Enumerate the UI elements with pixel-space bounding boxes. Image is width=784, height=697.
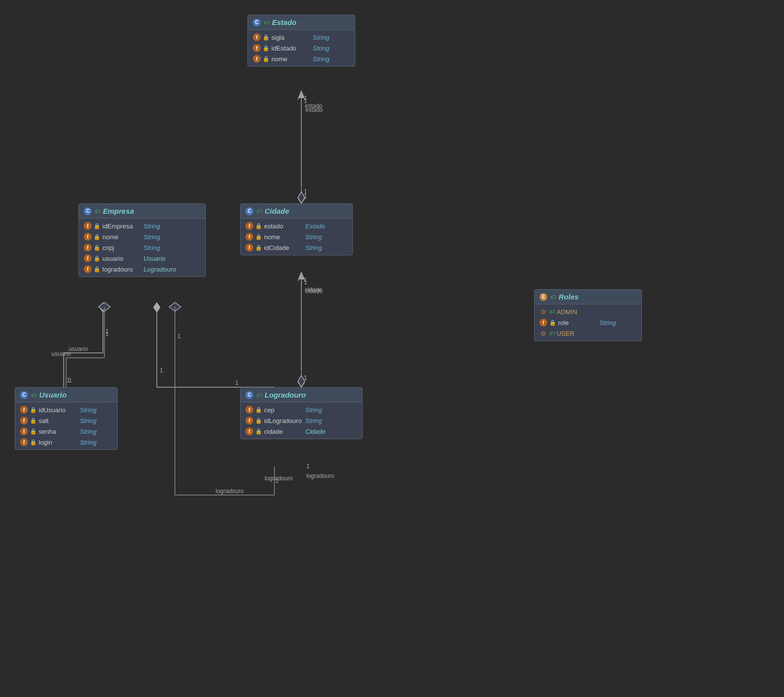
entity-logradouro-body: f 🔒 cep String f 🔒 idLogradouro String f… <box>241 402 362 439</box>
svg-text:1: 1 <box>235 379 239 386</box>
svg-text:1: 1 <box>160 367 163 374</box>
entity-roles-body: ⚙ 🏷 ADMIN f 🔒 role String ⚙ 🏷 USER <box>535 304 641 341</box>
lock-icon: 🔒 <box>30 428 37 435</box>
field-type: String <box>144 223 160 230</box>
field-type: String <box>313 45 329 52</box>
field-name: role <box>558 319 597 326</box>
entity-empresa-title: Empresa <box>103 207 134 215</box>
lock-icon: 🔒 <box>549 320 556 326</box>
field-name: nome <box>271 55 311 63</box>
lock-icon: 🔒 <box>263 34 270 41</box>
field-row: f 🔒 nome String <box>241 231 352 242</box>
svg-marker-7 <box>298 272 304 279</box>
field-icon: f <box>84 222 92 230</box>
svg-text:estado: estado <box>305 102 322 109</box>
svg-text:logradouro: logradouro <box>306 473 335 479</box>
entity-roles: E 🏷 Roles ⚙ 🏷 ADMIN f 🔒 role String ⚙ 🏷 … <box>534 289 642 341</box>
lock-icon: 🔒 <box>255 223 262 229</box>
field-name: sigla <box>271 34 311 41</box>
field-icon: f <box>539 319 547 326</box>
green-tag-admin: 🏷 <box>549 309 555 315</box>
svg-marker-45 <box>169 302 181 311</box>
svg-marker-29 <box>298 192 305 203</box>
field-icon: f <box>84 254 92 262</box>
field-row: f 🔒 idCidade String <box>241 242 352 253</box>
lock-icon: 🔒 <box>94 255 100 262</box>
entity-usuario-body: f 🔒 idUsuario String f 🔒 salt String f 🔒… <box>15 402 117 449</box>
svg-marker-34 <box>298 375 305 387</box>
field-icon: f <box>84 244 92 251</box>
field-type: String <box>313 34 329 41</box>
field-icon: f <box>245 222 253 230</box>
entity-roles-header: E 🏷 Roles <box>535 290 641 304</box>
svg-text:1: 1 <box>105 328 109 335</box>
field-type: Cidade <box>305 428 325 435</box>
field-type: String <box>599 319 616 326</box>
lock-icon: 🔒 <box>30 439 37 446</box>
field-icon: f <box>84 233 92 241</box>
green-tag-logradouro: 🏷 <box>256 392 262 398</box>
field-icon: f <box>20 406 28 414</box>
field-row: ⚙ 🏷 ADMIN <box>535 306 641 317</box>
svg-text:1: 1 <box>304 279 307 286</box>
field-type: Logradouro <box>144 266 176 273</box>
enum-icon-roles: E <box>539 293 547 301</box>
svg-text:1: 1 <box>304 95 307 101</box>
field-name: idLogradouro <box>264 417 303 424</box>
entity-empresa-header: C 🏷 Empresa <box>79 204 205 219</box>
lock-icon: 🔒 <box>94 223 100 229</box>
entity-cidade-title: Cidade <box>265 207 289 215</box>
svg-text:1: 1 <box>304 276 307 283</box>
enum-item-icon: ⚙ <box>539 329 547 337</box>
entity-empresa: C 🏷 Empresa f 🔒 idEmpresa String f 🔒 nom… <box>78 203 206 277</box>
svg-text:1: 1 <box>306 463 310 470</box>
field-type: String <box>80 406 97 414</box>
field-name: USER <box>557 330 596 337</box>
field-row: f 🔒 login String <box>15 437 117 448</box>
field-name: senha <box>39 428 78 435</box>
entity-cidade-header: C 🏷 Cidade <box>241 204 352 219</box>
field-row: f 🔒 idUsuario String <box>15 404 117 415</box>
svg-text:1: 1 <box>304 374 307 381</box>
field-type: String <box>80 417 97 424</box>
green-tag-roles: 🏷 <box>550 294 556 300</box>
diagram-canvas: 1 1 estado 1 1 cidade usuario 1 1 1 1 lo… <box>0 0 784 697</box>
entity-cidade: C 🏷 Cidade f 🔒 estado Estado f 🔒 nome St… <box>240 203 353 255</box>
entity-estado: C 🏷 Estado f 🔒 sigla String f 🔒 idEstado… <box>247 15 355 67</box>
green-tag-usuario: 🏷 <box>31 392 36 398</box>
field-icon: f <box>253 55 261 63</box>
svg-text:1: 1 <box>105 330 109 337</box>
field-row: f 🔒 cnpj String <box>79 242 205 253</box>
svg-text:cidade: cidade <box>305 286 322 293</box>
entity-estado-title: Estado <box>272 18 296 26</box>
field-row: f 🔒 logradouro Logradouro <box>79 264 205 274</box>
entity-usuario-header: C 🏷 Usuario <box>15 388 117 402</box>
svg-text:1: 1 <box>67 377 70 384</box>
connector-lines: 1 1 estado 1 1 cidade usuario 1 1 1 1 lo… <box>0 0 784 697</box>
field-name: idEmpresa <box>102 223 142 230</box>
entity-estado-body: f 🔒 sigla String f 🔒 idEstado String f 🔒… <box>248 30 355 66</box>
field-name: estado <box>264 223 303 230</box>
lock-icon: 🔒 <box>255 418 262 424</box>
svg-text:1: 1 <box>304 374 307 381</box>
svg-text:1: 1 <box>275 477 279 484</box>
svg-marker-8 <box>298 377 305 387</box>
class-icon-empresa: C <box>84 207 92 215</box>
field-icon: f <box>245 427 253 435</box>
entity-estado-header: C 🏷 Estado <box>248 15 355 30</box>
svg-marker-2 <box>298 194 305 203</box>
field-name: cnpj <box>102 244 142 251</box>
class-icon-usuario: C <box>20 391 28 399</box>
field-icon: f <box>245 417 253 424</box>
svg-text:usuario: usuario <box>69 346 88 352</box>
svg-text:1: 1 <box>304 98 307 104</box>
field-type: String <box>313 55 329 63</box>
field-name: logradouro <box>102 266 142 273</box>
field-name: idEstado <box>271 45 311 52</box>
field-icon: f <box>245 233 253 241</box>
field-type: String <box>305 417 322 424</box>
lock-icon: 🔒 <box>94 266 100 273</box>
field-type: Estado <box>305 223 325 230</box>
green-tag-empresa: 🏷 <box>95 208 100 214</box>
lock-icon: 🔒 <box>94 234 100 240</box>
